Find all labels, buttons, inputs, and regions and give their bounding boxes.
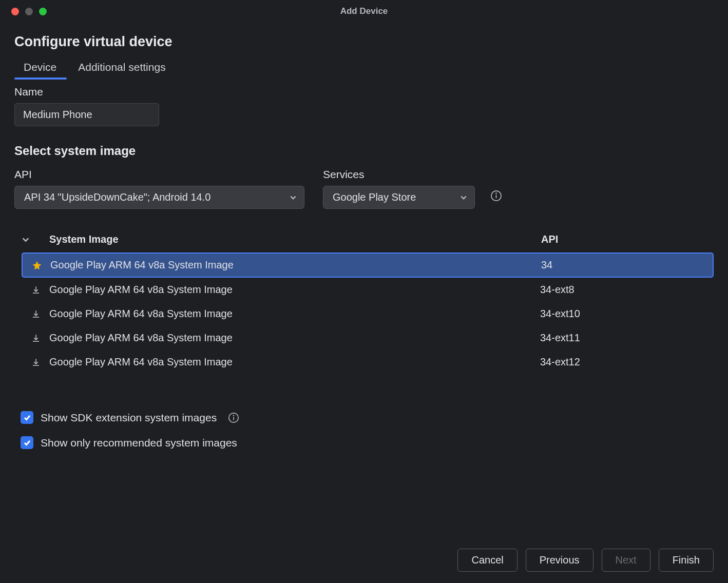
column-header-system-image[interactable]: System Image: [49, 234, 541, 245]
row-name: Google Play ARM 64 v8a System Image: [49, 356, 540, 368]
checkbox-label: Show SDK extension system images: [41, 412, 217, 424]
services-label: Services: [323, 168, 475, 181]
page-title: Configure virtual device: [14, 34, 714, 50]
tab-additional-settings[interactable]: Additional settings: [78, 61, 165, 79]
row-api: 34-ext10: [540, 308, 714, 320]
window-minimize-button[interactable]: [25, 8, 33, 15]
table-row[interactable]: Google Play ARM 64 v8a System Image34-ex…: [22, 350, 714, 374]
tab-device[interactable]: Device: [24, 61, 56, 79]
chevron-down-icon: [460, 194, 467, 201]
info-icon[interactable]: [228, 412, 239, 423]
name-input[interactable]: [14, 103, 159, 126]
row-name: Google Play ARM 64 v8a System Image: [49, 332, 540, 344]
cancel-button[interactable]: Cancel: [457, 549, 517, 572]
traffic-lights: [0, 8, 47, 15]
select-system-image-title: Select system image: [14, 144, 714, 158]
svg-point-2: [496, 193, 496, 193]
window-maximize-button[interactable]: [39, 8, 47, 15]
download-icon: [31, 358, 41, 367]
button-bar: Cancel Previous Next Finish: [457, 549, 714, 572]
download-icon: [31, 309, 41, 319]
checkbox-label: Show only recommended system images: [41, 437, 237, 449]
row-api: 34: [541, 259, 713, 271]
row-api: 34-ext12: [540, 356, 714, 368]
table-row[interactable]: Google Play ARM 64 v8a System Image34-ex…: [22, 278, 714, 302]
services-select-value: Google Play Store: [333, 191, 416, 203]
download-icon: [31, 285, 41, 295]
row-name: Google Play ARM 64 v8a System Image: [49, 308, 540, 320]
window-close-button[interactable]: [11, 8, 19, 15]
row-name: Google Play ARM 64 v8a System Image: [49, 284, 540, 296]
services-select[interactable]: Google Play Store: [323, 186, 475, 209]
tabs: Device Additional settings: [14, 61, 714, 79]
chevron-down-icon[interactable]: [22, 236, 30, 244]
checkbox[interactable]: [21, 411, 33, 424]
window-title: Add Device: [0, 6, 728, 16]
chevron-down-icon: [290, 194, 297, 201]
table-row[interactable]: Google Play ARM 64 v8a System Image34: [22, 252, 714, 278]
next-button: Next: [602, 549, 650, 572]
row-api: 34-ext8: [540, 284, 714, 296]
system-image-table: System Image API Google Play ARM 64 v8a …: [14, 234, 714, 374]
api-select[interactable]: API 34 "UpsideDownCake"; Android 14.0: [14, 186, 304, 209]
info-icon[interactable]: [490, 190, 502, 202]
table-header: System Image API: [22, 234, 714, 252]
titlebar: Add Device: [0, 0, 728, 23]
table-row[interactable]: Google Play ARM 64 v8a System Image34-ex…: [22, 326, 714, 350]
download-icon: [31, 334, 41, 343]
table-row[interactable]: Google Play ARM 64 v8a System Image34-ex…: [22, 302, 714, 326]
api-select-value: API 34 "UpsideDownCake"; Android 14.0: [24, 191, 210, 203]
previous-button[interactable]: Previous: [526, 549, 593, 572]
column-header-api[interactable]: API: [541, 234, 714, 245]
row-api: 34-ext11: [540, 332, 714, 344]
checkbox-row: Show SDK extension system images: [21, 411, 714, 424]
finish-button[interactable]: Finish: [659, 549, 714, 572]
api-label: API: [14, 168, 304, 181]
checkbox-row: Show only recommended system images: [21, 436, 714, 449]
svg-point-5: [234, 415, 234, 415]
star-icon: [32, 260, 42, 270]
name-label: Name: [14, 86, 714, 98]
row-name: Google Play ARM 64 v8a System Image: [50, 259, 541, 271]
checkbox[interactable]: [21, 436, 33, 449]
